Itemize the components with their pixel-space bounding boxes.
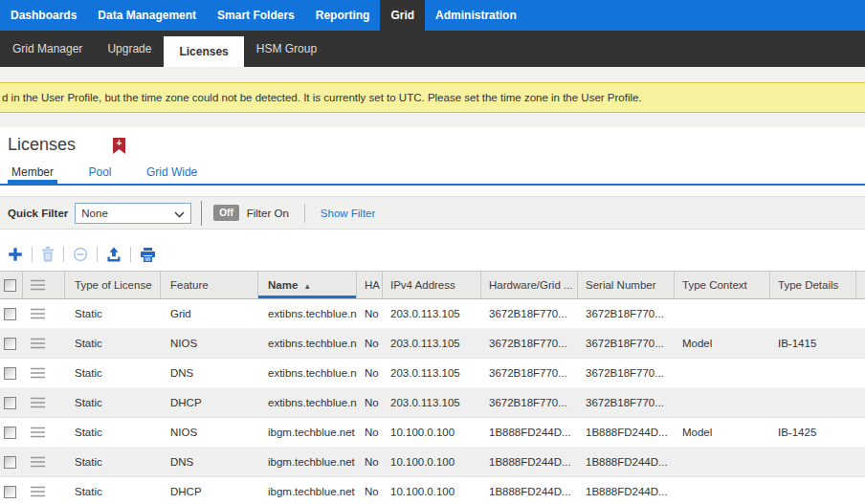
table-body: Static Grid extibns.techblue.net No 203.… bbox=[0, 299, 865, 504]
row-menu-cell bbox=[23, 359, 65, 387]
row-checkbox-cell bbox=[0, 388, 23, 417]
cell-serial-number: 3672B18F770... bbox=[578, 299, 675, 328]
toolbar-divider bbox=[130, 247, 131, 262]
subnav-item-grid-manager[interactable]: Grid Manager bbox=[0, 31, 95, 67]
col-header-serial-number[interactable]: Serial Number bbox=[578, 272, 675, 298]
view-tabs: Member Pool Grid Wide bbox=[0, 161, 865, 186]
cell-name: extibns.techblue.net bbox=[258, 329, 357, 358]
col-header-hardware-grid[interactable]: Hardware/Grid ... bbox=[481, 272, 578, 298]
nav-item-administration[interactable]: Administration bbox=[425, 0, 527, 31]
col-header-name[interactable]: Name▲ bbox=[258, 272, 357, 298]
cell-type-of-license: Static bbox=[65, 418, 161, 447]
cell-type-context: Model bbox=[675, 329, 770, 358]
nav-item-data-management[interactable]: Data Management bbox=[87, 0, 207, 31]
nav-item-dashboards[interactable]: Dashboards bbox=[0, 0, 87, 31]
cell-hardware-grid: 1B888FD244D... bbox=[481, 448, 578, 476]
cell-serial-number: 3672B18F770... bbox=[578, 329, 675, 358]
print-button[interactable] bbox=[138, 248, 158, 262]
menu-handle-icon[interactable] bbox=[30, 308, 46, 319]
cell-feature: DHCP bbox=[161, 477, 258, 504]
cell-ipv4-address: 10.100.0.100 bbox=[383, 448, 481, 476]
minus-circle-icon bbox=[73, 247, 88, 262]
nav-item-grid[interactable]: Grid bbox=[380, 0, 425, 31]
subnav-item-hsm-group[interactable]: HSM Group bbox=[244, 31, 329, 67]
row-checkbox[interactable] bbox=[4, 456, 16, 469]
table-row[interactable]: Static NIOS ibgm.techblue.net No 10.100.… bbox=[0, 418, 865, 448]
menu-handle-icon[interactable] bbox=[30, 397, 46, 408]
col-header-type-details[interactable]: Type Details bbox=[770, 272, 856, 298]
cell-serial-number: 3672B18F770... bbox=[578, 388, 675, 417]
row-checkbox[interactable] bbox=[4, 486, 16, 498]
col-header-feature[interactable]: Feature bbox=[161, 272, 258, 298]
subnav-item-upgrade[interactable]: Upgrade bbox=[95, 31, 164, 67]
row-checkbox[interactable] bbox=[4, 367, 16, 380]
col-header-ha[interactable]: HA bbox=[357, 272, 383, 298]
table-row[interactable]: Static DNS ibgm.techblue.net No 10.100.0… bbox=[0, 448, 865, 477]
filter-toggle-button[interactable]: Off bbox=[213, 205, 238, 221]
toolbar-divider bbox=[97, 247, 98, 262]
table-row[interactable]: Static DNS extibns.techblue.net No 203.0… bbox=[0, 359, 865, 388]
cell-hardware-grid: 1B888FD244D... bbox=[481, 418, 578, 447]
row-checkbox[interactable] bbox=[4, 397, 16, 409]
cell-type-of-license: Static bbox=[65, 329, 161, 358]
row-menu-cell bbox=[23, 418, 65, 447]
tab-pool[interactable]: Pool bbox=[84, 161, 115, 184]
cell-type-of-license: Static bbox=[65, 299, 161, 328]
add-button[interactable] bbox=[6, 247, 25, 262]
subnav-item-licenses[interactable]: Licenses bbox=[164, 36, 243, 67]
cell-serial-number: 1B888FD244D... bbox=[578, 418, 675, 447]
row-checkbox-cell bbox=[0, 329, 23, 358]
menu-handle-icon[interactable] bbox=[30, 456, 46, 468]
table-row[interactable]: Static Grid extibns.techblue.net No 203.… bbox=[0, 299, 865, 329]
cell-hardware-grid: 3672B18F770... bbox=[481, 388, 578, 417]
header-spacer bbox=[856, 272, 865, 298]
tab-grid-wide[interactable]: Grid Wide bbox=[143, 161, 201, 184]
filter-divider bbox=[304, 204, 305, 223]
cell-ipv4-address: 10.100.0.100 bbox=[383, 418, 481, 447]
warning-text: d in the User Profile, but the time zone… bbox=[2, 83, 865, 112]
tab-member[interactable]: Member bbox=[8, 161, 57, 184]
table-row[interactable]: Static DHCP extibns.techblue.net No 203.… bbox=[0, 388, 865, 418]
menu-handle-icon[interactable] bbox=[30, 279, 46, 291]
quick-filter-select[interactable]: None bbox=[75, 203, 191, 224]
row-menu-cell bbox=[23, 388, 65, 417]
cell-ipv4-address: 203.0.113.105 bbox=[383, 388, 481, 417]
row-checkbox[interactable] bbox=[4, 338, 16, 350]
show-filter-link[interactable]: Show Filter bbox=[321, 208, 376, 219]
row-spacer bbox=[856, 329, 865, 358]
row-spacer bbox=[856, 299, 865, 328]
top-nav: Dashboards Data Management Smart Folders… bbox=[0, 0, 865, 31]
row-checkbox[interactable] bbox=[4, 308, 16, 320]
table-row[interactable]: Static DHCP ibgm.techblue.net No 10.100.… bbox=[0, 477, 865, 504]
nav-item-reporting[interactable]: Reporting bbox=[305, 0, 381, 31]
menu-handle-icon[interactable] bbox=[30, 338, 46, 349]
nav-item-smart-folders[interactable]: Smart Folders bbox=[207, 0, 305, 31]
menu-handle-icon[interactable] bbox=[30, 486, 46, 497]
row-menu-cell bbox=[23, 299, 65, 328]
row-checkbox[interactable] bbox=[4, 427, 16, 439]
cell-ha: No bbox=[357, 477, 383, 504]
menu-handle-icon[interactable] bbox=[30, 427, 46, 438]
timezone-warning-banner: d in the User Profile, but the time zone… bbox=[0, 82, 865, 113]
table-row[interactable]: Static NIOS extibns.techblue.net No 203.… bbox=[0, 329, 865, 359]
row-spacer bbox=[856, 418, 865, 447]
upload-button[interactable] bbox=[104, 247, 123, 262]
filter-on-label: Filter On bbox=[247, 208, 289, 219]
row-spacer bbox=[856, 448, 865, 476]
delete-button[interactable] bbox=[39, 247, 56, 262]
table-header: Type of License Feature Name▲ HA IPv4 Ad… bbox=[0, 271, 865, 299]
bookmark-icon[interactable]: + bbox=[113, 138, 125, 154]
select-all-checkbox[interactable] bbox=[4, 279, 16, 292]
cell-type-details bbox=[770, 388, 856, 417]
cell-type-of-license: Static bbox=[65, 388, 161, 417]
col-header-type-context[interactable]: Type Context bbox=[675, 272, 770, 298]
col-header-type-of-license[interactable]: Type of License bbox=[65, 272, 161, 298]
trash-icon bbox=[41, 247, 55, 262]
col-header-ipv4-address[interactable]: IPv4 Address bbox=[383, 272, 481, 298]
header-menu-cell bbox=[23, 272, 65, 298]
cell-hardware-grid: 3672B18F770... bbox=[481, 299, 578, 328]
row-spacer bbox=[856, 388, 865, 417]
exclude-button[interactable] bbox=[71, 247, 90, 262]
cell-type-context bbox=[675, 299, 770, 328]
menu-handle-icon[interactable] bbox=[30, 367, 46, 379]
